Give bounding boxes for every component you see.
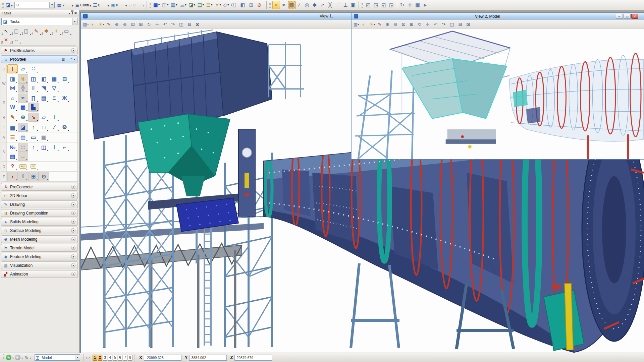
splice-connection-tool[interactable]: ▦ xyxy=(49,74,59,83)
pen-icon[interactable]: ✎ xyxy=(24,355,29,360)
modify-cut-tool[interactable]: ↘ xyxy=(28,113,39,122)
change-attributes-tool[interactable]: 4 ✎ xyxy=(31,26,41,35)
grid-lock-icon[interactable]: ⊞ xyxy=(248,1,257,9)
erp-export-tool[interactable]: erp xyxy=(18,162,28,171)
check-beam-tool[interactable]: I xyxy=(49,113,59,122)
view-control-tool[interactable]: 7 ▭ xyxy=(61,26,71,35)
toolbar-grip[interactable] xyxy=(2,2,4,8)
markup-icon[interactable]: ▤ ▾ xyxy=(197,1,206,9)
fit-view-icon[interactable]: ⊞ xyxy=(409,21,417,28)
raster-manager-icon[interactable]: ▦ ▾ xyxy=(170,1,179,9)
zoom-in-icon[interactable]: ⊕ xyxy=(114,21,122,28)
measure-tool[interactable]: 9 ↔ xyxy=(11,35,21,44)
acs-define-by-view-icon[interactable]: ◱ xyxy=(380,1,388,9)
view-toggle[interactable]: 8 xyxy=(128,355,132,361)
numbering-tool[interactable]: № xyxy=(7,143,18,152)
rotate-view-icon[interactable]: ↻ xyxy=(417,21,425,28)
acs-plane-snap-icon[interactable]: ► xyxy=(422,1,429,9)
drill-hole-tool[interactable]: ⊕ xyxy=(18,113,28,122)
railing-tool[interactable]: ∏ xyxy=(28,94,39,103)
group-tool[interactable]: 5 ✱ xyxy=(41,26,51,35)
endplate-connection-tool[interactable]: ◨ xyxy=(7,74,18,83)
view-toggle[interactable]: 6 xyxy=(118,355,122,361)
tasks-panel-titlebar[interactable]: Tasks ✕ xyxy=(0,10,79,16)
acs-define-by-element-icon[interactable]: ◰ xyxy=(365,1,372,9)
base-plate-connection-tool[interactable]: ◧ xyxy=(39,74,49,83)
acs-move-icon[interactable]: ✛ xyxy=(406,1,414,9)
view2-3d-canvas[interactable] xyxy=(352,28,644,159)
zoom-in-icon[interactable]: ⊕ xyxy=(385,21,393,28)
restore-button[interactable]: ▭ xyxy=(624,14,631,19)
render-view-tool[interactable]: ◖ xyxy=(7,172,18,181)
adjust-brightness-icon[interactable]: ☀ ▾ xyxy=(369,21,377,28)
acs-define-by-points-icon[interactable]: ◳ xyxy=(372,1,380,9)
point-clouds-icon[interactable]: ☁ ▾ xyxy=(179,1,188,9)
chevron-down-icon[interactable] xyxy=(71,220,75,224)
clip-volume-icon[interactable]: ⊟ xyxy=(458,21,465,28)
close-icon[interactable]: ✕ xyxy=(74,11,77,15)
display-style-icon[interactable]: ◐ xyxy=(91,21,98,28)
section-profile-tool[interactable]: I xyxy=(49,143,59,152)
insert-bolts-tool[interactable]: ∷ xyxy=(28,64,39,73)
snap-tangent-icon[interactable]: ⌒ xyxy=(334,1,342,9)
element-information-icon[interactable]: ⓘ xyxy=(230,1,239,9)
stiffener-tool[interactable]: ‖ xyxy=(28,83,39,93)
statusbar-grip[interactable] xyxy=(3,354,4,361)
level-display-icon[interactable]: ☀ ▾ xyxy=(214,1,222,9)
detail-view-icon[interactable]: ≡ xyxy=(70,57,72,61)
level-manager-icon[interactable]: ☰ ▾ xyxy=(206,1,214,9)
database-tool[interactable]: ☰ xyxy=(7,133,18,142)
view-toggle[interactable]: 5 xyxy=(113,355,117,361)
pan-view-icon[interactable]: ✛ xyxy=(154,21,162,28)
references-icon[interactable]: ◫ ▾ xyxy=(161,1,170,9)
raise-member-tool[interactable]: ↑ xyxy=(28,143,39,152)
saved-views-icon[interactable]: ◪ ▾ xyxy=(188,1,197,9)
chevron-down-icon[interactable] xyxy=(71,263,75,267)
copy-view-icon[interactable]: ◫ xyxy=(449,21,457,28)
frame-tool[interactable]: ⌂ xyxy=(7,94,18,103)
stairs-tool[interactable]: ▤ xyxy=(39,94,49,103)
window-area-icon[interactable]: ⊡ xyxy=(130,21,138,28)
view-toggle[interactable]: 1 xyxy=(93,355,97,361)
x-coordinate-field[interactable]: -23999.328 xyxy=(144,355,181,361)
shape-catalog-tool[interactable]: ◪ xyxy=(18,123,28,132)
element-template-icon[interactable]: ◪ xyxy=(5,1,13,9)
update-view-icon[interactable]: ✎ xyxy=(106,21,114,28)
fence-views-icon[interactable]: ▱ xyxy=(86,354,90,361)
insert-beam-tool[interactable]: I xyxy=(7,64,18,73)
section-solids-modeling[interactable]: ▲ Solids Modeling xyxy=(1,218,78,226)
acs-select-icon[interactable]: ◲ xyxy=(388,1,395,9)
snap-midpoint-icon[interactable]: ∕ xyxy=(296,1,303,9)
insert-plate-tool[interactable]: ▱ xyxy=(18,64,28,73)
moment-connection-tool[interactable]: ⊟ xyxy=(59,74,70,83)
element-selection-tool[interactable]: 1 ↖ xyxy=(1,26,11,35)
section-prosteel[interactable]: ⌂ ProSteel ▦☰≡▴ xyxy=(1,55,78,63)
adjust-brightness-icon[interactable]: ☀ ▾ xyxy=(98,21,106,28)
cope-cut-tool[interactable]: ▽ xyxy=(49,83,59,93)
pin-icon[interactable] xyxy=(72,12,73,14)
section-animation[interactable]: ▞ Animation xyxy=(1,270,78,278)
accusnap-toggle-icon[interactable]: ✕ xyxy=(272,1,280,9)
update-view-icon[interactable]: ✎ xyxy=(377,21,385,28)
plate-pair-tool[interactable]: ◫ xyxy=(39,143,49,152)
task-selector-dropdown[interactable] xyxy=(72,18,77,25)
clip-angle-connection-tool[interactable]: ↯ xyxy=(18,74,28,83)
display-settings-tool[interactable]: ▭ xyxy=(28,133,39,142)
beam-visibility-tool[interactable]: I xyxy=(18,172,28,181)
chevron-down-icon[interactable] xyxy=(71,193,75,198)
purlin-tool[interactable]: W xyxy=(7,103,18,112)
snap-origin-icon[interactable]: ✱ xyxy=(311,1,319,9)
view-toggle[interactable]: 4 xyxy=(108,355,112,361)
close-button[interactable]: ✕ xyxy=(631,14,638,19)
chevron-down-icon[interactable] xyxy=(71,185,75,189)
section-drawing[interactable]: ✎ Drawing xyxy=(1,200,78,208)
concrete-element-tool[interactable]: ▅ xyxy=(7,123,18,132)
minimize-button[interactable]: – xyxy=(616,14,623,19)
corner-plate-tool[interactable]: ⌐ xyxy=(59,143,70,152)
view-attributes-icon[interactable]: ▥ ▾ xyxy=(82,21,90,28)
view-toggle[interactable]: 2 xyxy=(98,355,102,361)
chevron-down-icon[interactable] xyxy=(71,246,75,250)
notes-tool[interactable]: ▣ xyxy=(39,133,49,142)
z-coordinate-field[interactable]: 20879.679 xyxy=(234,355,272,361)
part-list-tool[interactable]: ▤ xyxy=(18,133,28,142)
